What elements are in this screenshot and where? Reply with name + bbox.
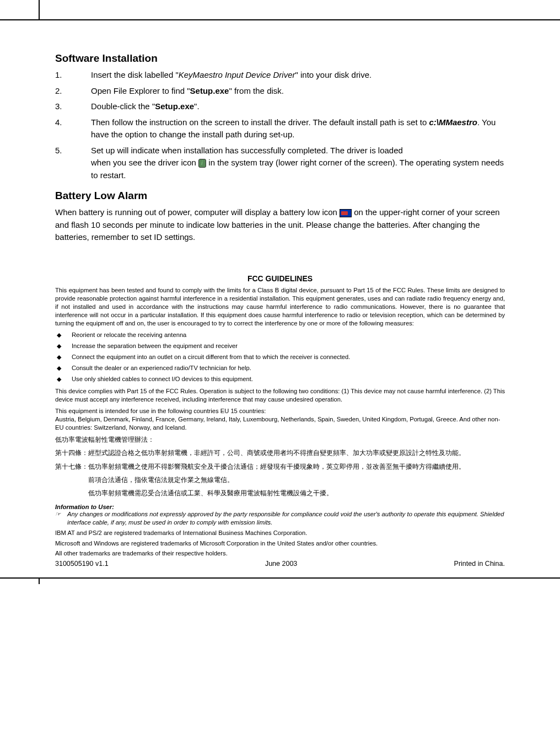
pointer-icon: ☞ <box>55 510 67 527</box>
fcc-bullet: ◆Connect the equipment into an outlet on… <box>55 353 505 361</box>
battery-low-icon <box>340 209 352 217</box>
footer-version: 3100505190 v1.1 <box>55 560 109 568</box>
fcc-para2: This device complies with Part 15 of the… <box>55 387 505 404</box>
chinese-article-17: 第十七條： 低功率射頻電機之使用不得影響飛航安全及干擾合法通信；經發現有干擾現象… <box>55 461 505 472</box>
step-text: Double-click the "Setup.exe". <box>91 100 505 113</box>
chinese-subtext: 前項合法通信，指依電信法規定作業之無線電信。 <box>88 474 505 485</box>
installation-steps-list: 1. Insert the disk labelled "KeyMaestro … <box>55 69 505 181</box>
info-to-user-item: ☞ Any changes or modifications not expre… <box>55 510 505 527</box>
info-text: Any changes or modifications not express… <box>67 510 505 527</box>
driver-tray-icon <box>198 159 206 168</box>
fcc-section: FCC GUIDELINES This equipment has been t… <box>55 274 505 568</box>
diamond-icon: ◆ <box>55 342 72 350</box>
footer-date: June 2003 <box>265 560 297 568</box>
chinese-regulation-title: 低功率電波輻射性電機管理辦法： <box>55 435 505 445</box>
footer-origin: Printed in China. <box>454 560 505 568</box>
step-4: 4. Then follow the instruction on the sc… <box>55 116 505 141</box>
fcc-bullet: ◆Consult the dealer or an experienced ra… <box>55 364 505 372</box>
step-text: Set up will indicate when installation h… <box>91 145 505 182</box>
step-2: 2. Open File Explorer to find "Setup.exe… <box>55 85 505 98</box>
chinese-subtext: 低功率射頻電機需忍受合法通信或工業、科學及醫療用電波輻射性電機設備之干擾。 <box>88 488 505 499</box>
step-5: 5. Set up will indicate when installatio… <box>55 145 505 182</box>
bottom-border <box>0 577 560 579</box>
article-text: 經型式認證合格之低功率射頻電機，非經許可，公司、商號或使用者均不得擅自變更頻率、… <box>88 447 505 458</box>
software-installation-heading: Software Installation <box>55 52 505 65</box>
fcc-para3: This equipment is intended for use in th… <box>55 407 505 432</box>
page-footer: 3100505190 v1.1 June 2003 Printed in Chi… <box>55 560 505 568</box>
top-border <box>0 19 560 20</box>
diamond-icon: ◆ <box>55 331 72 339</box>
article-text: 低功率射頻電機之使用不得影響飛航安全及干擾合法通信；經發現有干擾現象時，英立即停… <box>88 461 505 472</box>
battery-alarm-heading: Battery Low Alarm <box>55 190 505 202</box>
trademark-microsoft: Microsoft and Windows are registered tra… <box>55 539 505 548</box>
trademark-ibm: IBM AT and PS/2 are registered trademark… <box>55 529 505 538</box>
diamond-icon: ◆ <box>55 353 72 361</box>
page-container: Software Installation 1. Insert the disk… <box>0 0 560 584</box>
step-number: 5. <box>55 145 91 182</box>
battery-alarm-paragraph: When battery is running out of power, co… <box>55 206 505 244</box>
info-to-user-heading: Information to User: <box>55 504 505 510</box>
diamond-icon: ◆ <box>55 364 72 372</box>
diamond-icon: ◆ <box>55 375 72 383</box>
fcc-heading: FCC GUIDELINES <box>55 274 505 283</box>
fcc-bullet: ◆Increase the separation between the equ… <box>55 342 505 350</box>
trademark-other: All other trademarks are trademarks of t… <box>55 549 505 558</box>
article-label: 第十四條： <box>55 447 88 458</box>
step-number: 2. <box>55 85 91 98</box>
article-label: 第十七條： <box>55 461 88 472</box>
step-number: 3. <box>55 100 91 113</box>
fcc-bullet: ◆Use only shielded cables to connect I/O… <box>55 375 505 383</box>
step-number: 4. <box>55 116 91 141</box>
chinese-article-14: 第十四條： 經型式認證合格之低功率射頻電機，非經許可，公司、商號或使用者均不得擅… <box>55 447 505 458</box>
content-area: Software Installation 1. Insert the disk… <box>55 11 505 568</box>
step-1: 1. Insert the disk labelled "KeyMaestro … <box>55 69 505 82</box>
fcc-bullet-list: ◆Reorient or relocate the receiving ante… <box>55 331 505 384</box>
fcc-bullet: ◆Reorient or relocate the receiving ante… <box>55 331 505 339</box>
step-text: Open File Explorer to find "Setup.exe" f… <box>91 85 505 98</box>
step-text: Then follow the instruction on the scree… <box>91 116 505 141</box>
fcc-para1: This equipment has been tested and found… <box>55 286 505 328</box>
step-3: 3. Double-click the "Setup.exe". <box>55 100 505 113</box>
step-text: Insert the disk labelled "KeyMaestro Inp… <box>91 69 505 82</box>
step-number: 1. <box>55 69 91 82</box>
